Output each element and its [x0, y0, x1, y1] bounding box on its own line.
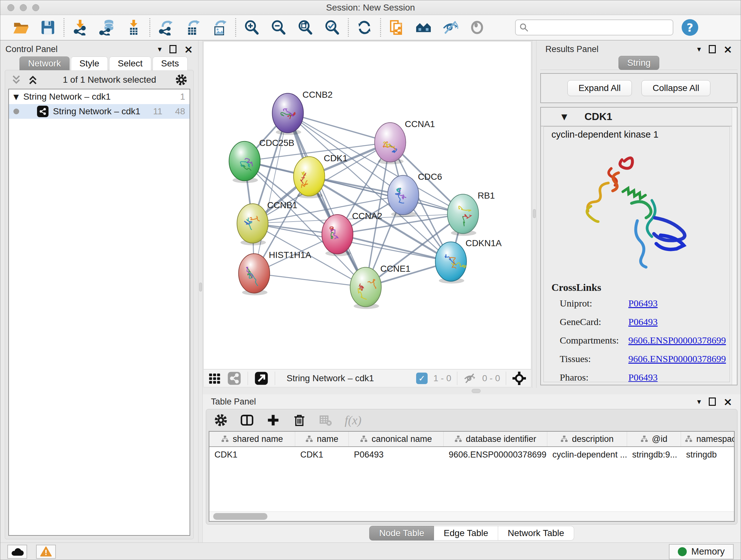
node-body[interactable]	[272, 93, 304, 133]
tab-node-table[interactable]: Node Table	[369, 526, 434, 541]
zoom-fit-button[interactable]	[297, 19, 314, 36]
import-network-from-database-button[interactable]	[98, 19, 116, 36]
close-panel-icon[interactable]: ×	[724, 396, 733, 407]
left-splitter[interactable]	[198, 41, 203, 543]
gear-icon[interactable]	[175, 73, 188, 86]
cell-id[interactable]: stringdb:9...	[627, 447, 681, 462]
right-splitter[interactable]	[532, 41, 536, 388]
node-body[interactable]	[322, 214, 353, 254]
panel-menu-icon[interactable]: ▾	[697, 45, 701, 54]
network-graph[interactable]: CCNB2CCNA1CDC25BCDK1CDC6RB1CCNB1CCNA2CDK…	[204, 42, 531, 369]
collection-expand-icon[interactable]: ▼	[13, 93, 19, 101]
panel-menu-icon[interactable]: ▾	[697, 397, 701, 406]
network-node-CDC25B[interactable]: CDC25B	[229, 138, 294, 183]
tab-edge-table[interactable]: Edge Table	[434, 526, 498, 541]
splitter-handle[interactable]	[533, 209, 536, 218]
float-panel-icon[interactable]	[709, 397, 716, 406]
new-network-from-selection-button[interactable]	[388, 19, 405, 36]
export-network-button[interactable]	[157, 19, 175, 36]
open-in-new-window-icon[interactable]	[254, 371, 268, 385]
zoom-selected-button[interactable]	[324, 19, 341, 36]
collapse-all-button[interactable]: Collapse All	[642, 80, 711, 96]
network-edge[interactable]	[288, 113, 366, 287]
show-all-button[interactable]	[468, 19, 486, 36]
network-node-CCNB2[interactable]: CCNB2	[272, 90, 333, 135]
collapse-all-icon[interactable]	[11, 74, 22, 85]
node-body[interactable]	[435, 242, 467, 282]
crosslink-pharos[interactable]: P06493	[628, 372, 730, 382]
hide-selected-button[interactable]	[442, 19, 459, 36]
network-node-HIST1H1A[interactable]: HIST1H1A	[239, 250, 312, 295]
column-header-description[interactable]: description	[547, 432, 627, 446]
node-body[interactable]	[448, 194, 479, 234]
column-header-shared-name[interactable]: shared name	[209, 432, 295, 446]
search-input[interactable]	[532, 23, 669, 33]
warnings-button[interactable]	[36, 545, 56, 559]
cell-name[interactable]: CDK1	[295, 447, 349, 462]
refresh-button[interactable]	[356, 19, 373, 36]
zoom-out-button[interactable]	[270, 19, 287, 36]
column-header-canonical-name[interactable]: canonical name	[349, 432, 444, 446]
network-row[interactable]: String Network – cdk1 11 48	[9, 104, 190, 119]
import-table-from-file-button[interactable]	[125, 19, 142, 36]
close-panel-icon[interactable]: ×	[724, 44, 733, 55]
open-session-button[interactable]	[12, 19, 30, 36]
save-session-button[interactable]	[39, 19, 57, 36]
network-node-CDKN1A[interactable]: CDKN1A	[435, 238, 502, 284]
network-node-RB1[interactable]: RB1	[448, 191, 495, 236]
hidden-eye-icon[interactable]	[463, 372, 476, 385]
section-collapse-icon[interactable]: ▼	[561, 112, 567, 121]
network-collection-row[interactable]: ▼ String Network – cdk1 1	[9, 89, 190, 104]
network-edge[interactable]	[254, 273, 366, 287]
expand-all-icon[interactable]	[27, 74, 38, 85]
column-header-name[interactable]: name	[295, 432, 349, 446]
close-window-button[interactable]	[7, 4, 14, 11]
zoom-in-button[interactable]	[243, 19, 260, 36]
column-header-id[interactable]: @id	[627, 432, 681, 446]
cell-namespace[interactable]: stringdb	[681, 447, 735, 462]
window-controls[interactable]	[7, 4, 39, 11]
help-button[interactable]: ?	[682, 19, 698, 36]
node-body[interactable]	[293, 157, 325, 196]
node-body[interactable]	[239, 253, 270, 293]
node-body[interactable]	[237, 204, 268, 243]
column-header-database-identifier[interactable]: database identifier	[444, 432, 547, 446]
minimize-window-button[interactable]	[20, 4, 27, 11]
horizontal-splitter[interactable]	[203, 388, 741, 394]
tab-sets[interactable]: Sets	[152, 57, 188, 70]
network-node-CCNA2[interactable]: CCNA2	[322, 211, 382, 256]
node-body[interactable]	[350, 267, 381, 307]
splitter-handle[interactable]	[472, 389, 481, 393]
export-image-button[interactable]	[211, 19, 228, 36]
table-settings-gear-icon[interactable]	[214, 413, 228, 427]
cell-canonical-name[interactable]: P06493	[349, 447, 444, 462]
node-body[interactable]	[229, 141, 260, 181]
float-panel-icon[interactable]	[170, 45, 177, 53]
crosslink-compartments[interactable]: 9606.ENSP00000378699	[628, 335, 730, 346]
selected-checkbox-icon[interactable]: ✓	[416, 373, 428, 384]
splitter-handle[interactable]	[199, 283, 202, 292]
tab-select[interactable]: Select	[109, 57, 151, 70]
network-node-CCNE1[interactable]: CCNE1	[350, 264, 410, 309]
node-body[interactable]	[375, 123, 406, 162]
tab-style[interactable]: Style	[71, 57, 108, 70]
results-scrollbar[interactable]	[732, 108, 737, 385]
panel-menu-icon[interactable]: ▾	[158, 45, 161, 54]
expand-all-button[interactable]: Expand All	[567, 80, 632, 96]
zoom-window-button[interactable]	[32, 4, 39, 11]
share-view-icon[interactable]	[227, 371, 241, 385]
network-canvas[interactable]: CCNB2CCNA1CDC25BCDK1CDC6RB1CCNB1CCNA2CDK…	[203, 41, 531, 369]
memory-button[interactable]: Memory	[669, 544, 734, 559]
show-columns-icon[interactable]	[240, 413, 254, 427]
tab-network-table[interactable]: Network Table	[498, 526, 574, 541]
crosslink-tissues[interactable]: 9606.ENSP00000378699	[628, 354, 730, 364]
delete-column-trash-icon[interactable]	[292, 413, 307, 427]
first-neighbors-button[interactable]	[415, 19, 432, 36]
crosslink-genecard[interactable]: P06493	[628, 316, 730, 327]
grid-view-icon[interactable]	[208, 372, 221, 385]
tab-network[interactable]: Network	[19, 57, 70, 70]
export-table-button[interactable]	[184, 19, 201, 36]
delete-table-icon[interactable]	[319, 413, 333, 427]
function-builder-icon[interactable]: f(x)	[345, 413, 361, 427]
crosshair-icon[interactable]	[512, 371, 527, 386]
